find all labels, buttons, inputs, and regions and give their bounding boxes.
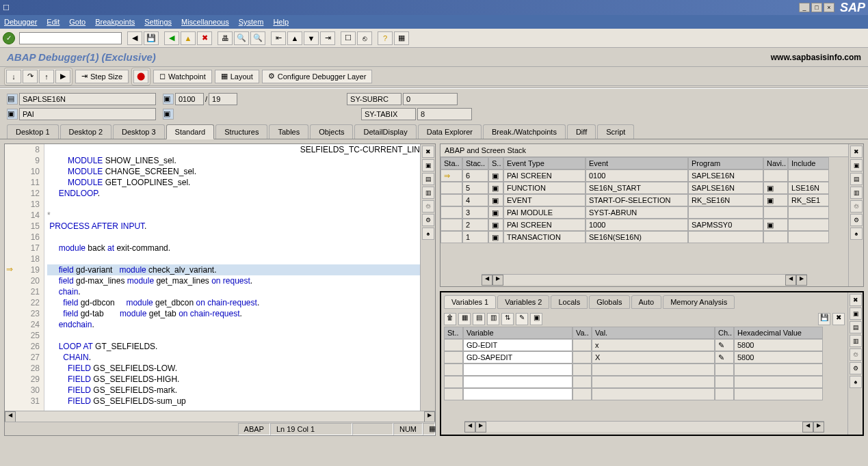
layout-icon[interactable]: ▦	[394, 31, 409, 45]
tool4-icon[interactable]: ⚙	[422, 214, 434, 226]
menu-debugger[interactable]: Debugger	[4, 18, 37, 26]
scroll-left2-icon[interactable]: ◀	[785, 275, 796, 286]
vt3-icon[interactable]: ▥	[487, 313, 499, 325]
close-panel-icon[interactable]: ✖	[422, 146, 434, 158]
scroll-right-icon[interactable]: ▶	[424, 411, 435, 422]
stop-icon[interactable]: ⬤	[133, 70, 148, 83]
save-icon[interactable]: 💾	[144, 31, 159, 45]
program-icon[interactable]: ▤	[7, 94, 18, 105]
vt5-icon[interactable]: ✎	[516, 313, 528, 325]
screen-no-field[interactable]	[175, 93, 204, 105]
program-field[interactable]	[19, 93, 156, 105]
vtab-vars1[interactable]: Variables 1	[444, 295, 496, 309]
vt2-icon[interactable]: ▥	[850, 335, 862, 347]
event-icon[interactable]: ▣	[7, 109, 18, 120]
vars-hscroll[interactable]: ◀ ▶ ◀ ▶	[464, 421, 824, 432]
vt4-icon[interactable]: ⇅	[501, 313, 514, 325]
max-icon[interactable]: ▣	[850, 159, 863, 172]
find-icon[interactable]: 🔍	[234, 31, 249, 45]
t1-icon[interactable]: ▤	[850, 173, 863, 185]
t3-icon[interactable]: ♲	[850, 200, 863, 213]
tool5-icon[interactable]: ♠	[422, 228, 434, 240]
menu-breakpoints[interactable]: Breakpoints	[95, 18, 135, 26]
tab-data-explorer[interactable]: Data Explorer	[418, 124, 482, 139]
watchpoint-button[interactable]: ◻Watchpoint	[153, 70, 212, 83]
print-icon[interactable]: 🖶	[218, 31, 233, 45]
layout-button[interactable]: ▦Layout	[215, 70, 259, 83]
first-page-icon[interactable]: ⇤	[271, 31, 286, 45]
scroll-left-icon[interactable]: ◀	[482, 275, 492, 286]
tab-objects[interactable]: Objects	[310, 124, 353, 139]
minimize-button[interactable]: _	[799, 3, 810, 12]
tool2-icon[interactable]: ▥	[422, 187, 434, 199]
scroll-right-icon[interactable]: ▶	[492, 275, 503, 286]
cancel-icon[interactable]: ✖	[197, 31, 212, 45]
close-icon[interactable]: ✖	[850, 294, 862, 306]
configure-button[interactable]: ⚙Configure Debugger Layer	[262, 70, 373, 83]
vt-del-icon[interactable]: ✖	[832, 313, 845, 325]
t2-icon[interactable]: ▥	[850, 187, 863, 199]
vt6-icon[interactable]: ▣	[530, 313, 542, 325]
tab-desktop-1[interactable]: Desktop 1	[7, 124, 59, 139]
tab-script[interactable]: Script	[597, 124, 634, 139]
new-session-icon[interactable]: ☐	[341, 31, 356, 45]
tab-structures[interactable]: Structures	[215, 124, 267, 139]
menu-system[interactable]: System	[239, 18, 264, 26]
code-editor[interactable]: SELFIELDS_TC-CURRENT_LIN MODULE SHOW_LIN…	[44, 144, 420, 411]
vt4-icon[interactable]: ⚙	[850, 362, 862, 374]
close-button[interactable]: ×	[824, 3, 834, 12]
step-out-icon[interactable]: ↑	[39, 70, 54, 83]
last-page-icon[interactable]: ⇥	[320, 31, 335, 45]
vt1-icon[interactable]: ▦	[458, 313, 471, 325]
event-field[interactable]	[19, 108, 156, 120]
continue-step-icon[interactable]: ▶	[55, 70, 70, 83]
tab-tables[interactable]: Tables	[269, 124, 308, 139]
stack-hscroll[interactable]: ◀ ▶ ◀ ▶	[482, 274, 807, 285]
code-hscroll[interactable]: ◀ ▶	[5, 411, 435, 422]
maximize-button[interactable]: □	[811, 3, 822, 12]
screen-icon[interactable]: ▣	[163, 94, 174, 105]
step-into-icon[interactable]: ↓	[6, 70, 21, 83]
vt3-icon[interactable]: ♲	[850, 348, 862, 361]
tab-detaildisplay[interactable]: DetailDisplay	[354, 124, 416, 139]
tool1-icon[interactable]: ▤	[422, 173, 434, 185]
delete-icon[interactable]: 🗑	[444, 313, 456, 325]
variables-table[interactable]: St..VariableVa..Val.Ch..Hexadecimal Valu…	[444, 327, 845, 418]
vtab-auto[interactable]: Auto	[631, 295, 662, 309]
scroll-right2-icon[interactable]: ▶	[796, 275, 807, 286]
scroll-right-icon[interactable]: ▶	[475, 422, 486, 433]
menu-misc[interactable]: Miscellaneous	[181, 18, 229, 26]
tab-desktop-3[interactable]: Desktop 3	[113, 124, 165, 139]
enter-icon[interactable]: ✓	[3, 32, 15, 44]
scroll-left2-icon[interactable]: ◀	[802, 422, 813, 433]
nav-icon[interactable]: ▣	[163, 109, 174, 120]
help-icon[interactable]: ?	[378, 31, 393, 45]
tab-standard[interactable]: Standard	[166, 124, 215, 139]
vtab-locals[interactable]: Locals	[551, 295, 588, 309]
nav-back-icon[interactable]: ◀	[164, 31, 179, 45]
vtab-memory[interactable]: Memory Analysis	[663, 295, 735, 309]
vt1-icon[interactable]: ▤	[850, 321, 862, 333]
close-icon[interactable]: ✖	[850, 146, 863, 158]
max-icon[interactable]: ▣	[850, 307, 862, 320]
menu-settings[interactable]: Settings	[144, 18, 172, 26]
find-next-icon[interactable]: 🔍	[250, 31, 265, 45]
tool3-icon[interactable]: ♲	[422, 200, 434, 213]
command-field[interactable]	[19, 32, 122, 44]
exit-icon[interactable]: ▲	[181, 31, 196, 45]
tab-break-watch[interactable]: Break./Watchpoints	[483, 124, 566, 139]
scroll-right2-icon[interactable]: ▶	[813, 422, 824, 433]
step-size-button[interactable]: ⇥Step Size	[75, 70, 129, 83]
vtab-globals[interactable]: Globals	[589, 295, 629, 309]
stack-table[interactable]: Sta..Stac..S..Event TypeEventProgramNavi…	[440, 157, 848, 271]
vt5-icon[interactable]: ♠	[850, 376, 862, 388]
vt2-icon[interactable]: ▤	[473, 313, 485, 325]
tab-diff[interactable]: Diff	[567, 124, 596, 139]
scroll-left-icon[interactable]: ◀	[5, 411, 16, 422]
step-over-icon[interactable]: ↷	[23, 70, 38, 83]
tab-desktop-2[interactable]: Desktop 2	[60, 124, 112, 139]
vtab-vars2[interactable]: Variables 2	[497, 295, 549, 309]
prev-page-icon[interactable]: ▲	[287, 31, 302, 45]
fullscreen-icon[interactable]: ▣	[422, 159, 434, 172]
scroll-left-icon[interactable]: ◀	[464, 422, 475, 433]
